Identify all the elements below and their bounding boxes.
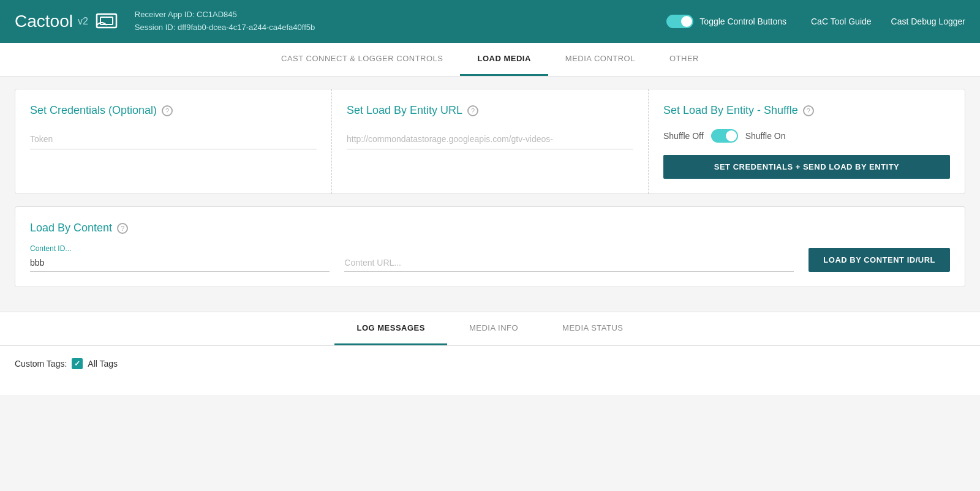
tab-media-status[interactable]: MEDIA STATUS — [540, 312, 645, 345]
tab-other[interactable]: OTHER — [652, 43, 716, 76]
entity-url-title: Set Load By Entity URL ? — [347, 104, 633, 117]
cac-tool-guide-link[interactable]: CaC Tool Guide — [811, 17, 872, 26]
main-tabs: CAST CONNECT & LOGGER CONTROLS LOAD MEDI… — [0, 43, 980, 77]
shuffle-toggle-row: Shuffle Off Shuffle On — [663, 129, 950, 143]
content-inputs-row: Content ID... LOAD BY CONTENT ID/URL — [30, 244, 950, 272]
svg-rect-1 — [100, 17, 113, 24]
set-credentials-send-load-by-entity-button[interactable]: SET CREDENTIALS + SEND LOAD BY ENTITY — [663, 155, 950, 179]
load-by-content-help-icon[interactable]: ? — [117, 223, 128, 234]
token-input[interactable] — [30, 129, 317, 149]
bottom-tabs: LOG MESSAGES MEDIA INFO MEDIA STATUS — [0, 312, 980, 346]
set-credentials-panel: Set Credentials (Optional) ? — [15, 89, 332, 193]
entity-url-help-icon[interactable]: ? — [467, 105, 478, 116]
app-header: Cactool v2 Receiver App ID: CC1AD845 Ses… — [0, 0, 980, 43]
all-tags-label: All Tags — [88, 359, 118, 369]
receiver-app-id: Receiver App ID: CC1AD845 — [135, 9, 667, 21]
toggle-control-buttons-group: Toggle Control Buttons — [666, 15, 786, 28]
set-entity-shuffle-panel: Set Load By Entity - Shuffle ? Shuffle O… — [649, 89, 965, 193]
tab-load-media[interactable]: LOAD MEDIA — [460, 43, 548, 76]
header-nav: CaC Tool Guide Cast Debug Logger — [811, 17, 965, 26]
app-version: v2 — [78, 16, 88, 27]
cast-icon — [96, 12, 120, 31]
entity-shuffle-title: Set Load By Entity - Shuffle ? — [663, 104, 950, 117]
load-by-content-id-url-button[interactable]: LOAD BY CONTENT ID/URL — [809, 248, 950, 272]
load-by-content-title: Load By Content ? — [30, 222, 950, 234]
content-id-label: Content ID... — [30, 244, 330, 253]
content-url-group — [344, 254, 794, 272]
toggle-control-buttons-switch[interactable] — [666, 15, 693, 28]
load-by-content-panel: Load By Content ? Content ID... LOAD BY … — [15, 206, 965, 287]
credentials-help-icon[interactable]: ? — [162, 105, 173, 116]
content-id-group: Content ID... — [30, 244, 330, 272]
tab-log-messages[interactable]: LOG MESSAGES — [334, 312, 447, 345]
all-tags-checkbox[interactable] — [72, 358, 83, 369]
tab-media-control[interactable]: MEDIA CONTROL — [548, 43, 652, 76]
shuffle-off-label: Shuffle Off — [663, 131, 704, 141]
entity-shuffle-help-icon[interactable]: ? — [803, 105, 814, 116]
tab-media-info[interactable]: MEDIA INFO — [447, 312, 540, 345]
main-content: Set Credentials (Optional) ? Set Load By… — [0, 77, 980, 312]
shuffle-on-label: Shuffle On — [745, 131, 786, 141]
bottom-content: Custom Tags: All Tags — [0, 346, 980, 395]
logo: Cactool v2 — [15, 12, 120, 31]
tab-cast-connect[interactable]: CAST CONNECT & LOGGER CONTROLS — [264, 43, 460, 76]
set-entity-url-panel: Set Load By Entity URL ? — [332, 89, 649, 193]
session-info: Receiver App ID: CC1AD845 Session ID: df… — [135, 9, 667, 34]
session-id: Session ID: dff9fab0-dcea-4c17-a244-ca4e… — [135, 21, 667, 34]
top-panels-row: Set Credentials (Optional) ? Set Load By… — [15, 89, 965, 194]
cast-debug-logger-link[interactable]: Cast Debug Logger — [891, 17, 965, 26]
custom-tags-label: Custom Tags: — [15, 359, 67, 369]
toggle-control-buttons-label: Toggle Control Buttons — [699, 17, 786, 26]
bottom-section: LOG MESSAGES MEDIA INFO MEDIA STATUS Cus… — [0, 312, 980, 395]
entity-url-input[interactable] — [347, 129, 633, 149]
custom-tags-row: Custom Tags: All Tags — [15, 358, 965, 369]
content-url-input[interactable] — [344, 254, 794, 272]
shuffle-toggle-switch[interactable] — [711, 129, 738, 143]
app-name: Cactool — [15, 12, 73, 31]
content-id-input[interactable] — [30, 254, 330, 272]
credentials-title: Set Credentials (Optional) ? — [30, 104, 317, 117]
svg-rect-0 — [97, 14, 116, 28]
